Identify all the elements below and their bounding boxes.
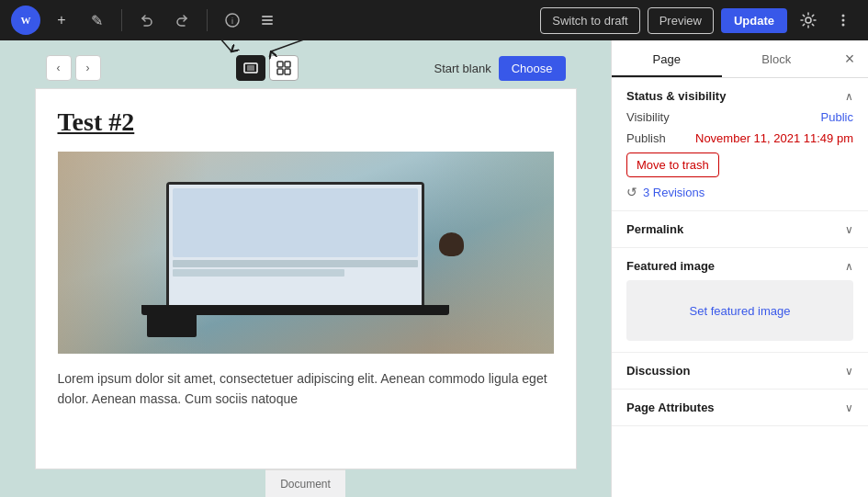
tab-block[interactable]: Block [722, 41, 832, 77]
svg-line-18 [271, 40, 344, 51]
permalink-header[interactable]: Permalink ∨ [626, 222, 853, 236]
move-to-trash-button[interactable]: Move to trash [626, 152, 719, 177]
publish-row: Publish November 11, 2021 11:49 pm [626, 131, 853, 145]
page-attributes-chevron: ∨ [845, 401, 853, 414]
svg-line-17 [209, 40, 231, 51]
update-button[interactable]: Update [721, 8, 787, 33]
collapse-chevron: ∧ [845, 90, 853, 103]
sidebar-tabs: Page Block [612, 41, 831, 77]
editor-area: ‹ › Carousel View Grid View [0, 40, 611, 497]
more-options-button[interactable] [829, 6, 857, 34]
svg-point-7 [806, 17, 811, 23]
featured-image-title: Featured image [626, 259, 715, 273]
publish-label: Publish [626, 131, 666, 145]
edit-button[interactable]: ✎ [83, 6, 110, 34]
status-bar: Document [265, 469, 345, 497]
tab-indicator [612, 75, 722, 77]
svg-rect-4 [262, 16, 273, 17]
svg-rect-6 [262, 23, 273, 25]
view-toggle [236, 55, 299, 81]
svg-text:i: i [231, 17, 233, 26]
discussion-chevron: ∨ [845, 365, 853, 378]
tab-page[interactable]: Page [612, 41, 722, 77]
prev-template-button[interactable]: ‹ [46, 55, 72, 81]
switch-to-draft-button[interactable]: Switch to draft [540, 7, 639, 34]
discussion-header[interactable]: Discussion ∨ [626, 364, 853, 378]
move-to-trash-container: Move to trash [626, 145, 853, 177]
page-attributes-section: Page Attributes ∨ [612, 390, 868, 426]
template-bar: ‹ › Carousel View Grid View [35, 48, 577, 88]
permalink-title: Permalink [626, 222, 683, 236]
post-inner: Test #2 [36, 89, 576, 428]
revisions-row: ↺ 3 Revisions [626, 185, 853, 199]
status-visibility-title: Status & visibility [626, 89, 726, 103]
discussion-section: Discussion ∨ [612, 353, 868, 390]
featured-image-label: Set featured image [690, 304, 791, 318]
grid-view-button[interactable] [269, 55, 299, 81]
status-visibility-section: Status & visibility ∧ Visibility Public … [612, 78, 868, 211]
publish-date[interactable]: November 11, 2021 11:49 pm [695, 131, 853, 145]
post-featured-image[interactable] [58, 152, 554, 354]
settings-button[interactable] [795, 6, 822, 34]
revisions-link[interactable]: 3 Revisions [643, 186, 705, 199]
svg-point-10 [842, 24, 845, 27]
page-attributes-header[interactable]: Page Attributes ∨ [626, 401, 853, 414]
start-blank-label: Start blank [434, 62, 491, 75]
featured-image-header[interactable]: Featured image ∧ [626, 259, 853, 273]
revisions-icon: ↺ [626, 185, 637, 199]
redo-button[interactable] [168, 6, 196, 34]
sidebar-close-button[interactable]: × [835, 44, 864, 73]
svg-text:W: W [21, 15, 31, 26]
set-featured-image-button[interactable]: Set featured image [626, 280, 853, 341]
visibility-row: Visibility Public [626, 110, 853, 124]
nav-arrows: ‹ › [46, 55, 101, 81]
page-attributes-title: Page Attributes [626, 401, 715, 414]
visibility-value[interactable]: Public [821, 110, 853, 124]
next-template-button[interactable]: › [75, 55, 101, 81]
post-title[interactable]: Test #2 [58, 107, 554, 137]
permalink-chevron: ∨ [845, 223, 853, 236]
topbar-right: Switch to draft Preview Update [540, 6, 857, 34]
svg-rect-16 [285, 69, 290, 74]
carousel-view-button[interactable] [236, 55, 265, 81]
svg-rect-5 [262, 19, 273, 21]
info-button[interactable]: i [219, 6, 246, 34]
start-blank-area: Start blank Choose [434, 56, 566, 81]
svg-point-9 [842, 19, 845, 22]
preview-button[interactable]: Preview [648, 7, 714, 34]
svg-rect-13 [277, 62, 283, 67]
visibility-label: Visibility [626, 110, 670, 124]
post-body: Lorem ipsum dolor sit amet, consectetuer… [58, 368, 554, 410]
topbar: W + ✎ i Switch to draft Preview Update [0, 0, 868, 40]
choose-button[interactable]: Choose [499, 56, 566, 81]
add-block-button[interactable]: + [48, 6, 75, 34]
sidebar: Page Block × Status & visibility ∧ Visib… [611, 40, 868, 497]
document-label: Document [280, 478, 331, 491]
divider [121, 9, 122, 31]
svg-rect-15 [277, 69, 283, 74]
status-visibility-header[interactable]: Status & visibility ∧ [626, 89, 853, 103]
divider-2 [207, 9, 208, 31]
discussion-title: Discussion [626, 364, 690, 378]
svg-rect-14 [285, 62, 290, 67]
wp-logo[interactable]: W [11, 6, 40, 35]
post-card: Test #2 [35, 88, 577, 469]
featured-image-section: Featured image ∧ Set featured image [612, 248, 868, 353]
svg-point-8 [842, 15, 845, 17]
svg-rect-12 [247, 65, 254, 71]
list-view-button[interactable] [254, 6, 281, 34]
permalink-section: Permalink ∨ [612, 211, 868, 248]
main-layout: ‹ › Carousel View Grid View [0, 40, 868, 497]
featured-image-chevron: ∧ [845, 260, 853, 273]
undo-button[interactable] [133, 6, 161, 34]
